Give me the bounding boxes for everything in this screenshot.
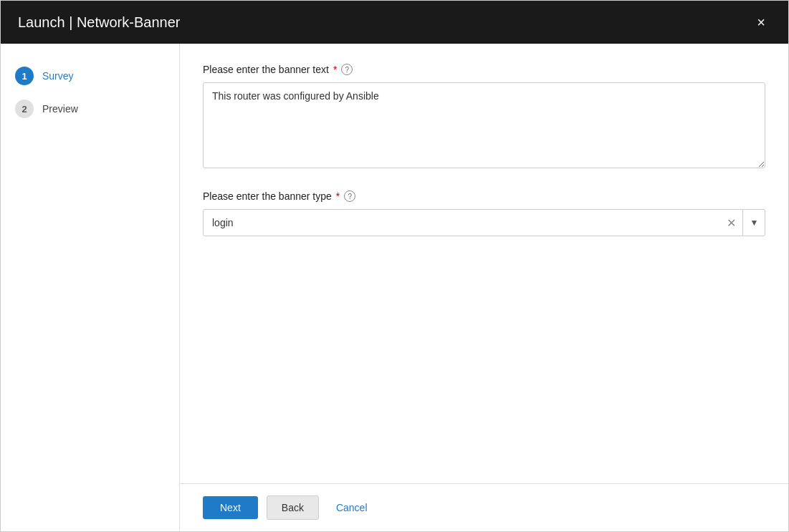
banner-type-label: Please enter the banner type * ? <box>203 190 765 202</box>
banner-type-field-group: Please enter the banner type * ? login m… <box>203 190 765 236</box>
sidebar-item-preview[interactable]: 2 Preview <box>12 94 168 124</box>
step-circle-preview: 2 <box>15 100 34 118</box>
banner-type-label-text: Please enter the banner type <box>203 190 332 202</box>
banner-type-select-wrapper: login motd exec ✕ ▼ <box>203 209 765 236</box>
modal-header: Launch | Network-Banner × <box>1 1 788 44</box>
close-button[interactable]: × <box>751 12 771 32</box>
modal-container: Launch | Network-Banner × 1 Survey 2 Pre… <box>0 0 789 532</box>
sidebar-item-survey[interactable]: 1 Survey <box>12 61 168 91</box>
sidebar-label-survey: Survey <box>42 70 74 82</box>
banner-text-label-text: Please enter the banner text <box>203 64 329 75</box>
banner-text-label: Please enter the banner text * ? <box>203 64 765 75</box>
footer: Next Back Cancel <box>180 483 788 531</box>
banner-text-field-group: Please enter the banner text * ? This ro… <box>203 64 765 170</box>
banner-text-required: * <box>333 64 337 75</box>
banner-type-required: * <box>336 190 340 202</box>
sidebar: 1 Survey 2 Preview <box>1 44 180 531</box>
back-button[interactable]: Back <box>267 495 319 520</box>
select-clear-icon[interactable]: ✕ <box>719 209 742 236</box>
next-button[interactable]: Next <box>203 496 258 519</box>
select-icons: ✕ ▼ <box>719 209 765 236</box>
banner-type-select[interactable]: login motd exec <box>203 209 765 236</box>
banner-type-help-icon[interactable]: ? <box>344 190 355 202</box>
select-chevron-down-icon[interactable]: ▼ <box>742 209 765 236</box>
modal-title: Launch | Network-Banner <box>18 14 180 31</box>
cancel-button[interactable]: Cancel <box>327 496 376 519</box>
modal-body: 1 Survey 2 Preview Please enter the bann… <box>1 44 788 531</box>
main-content: Please enter the banner text * ? This ro… <box>180 44 788 531</box>
form-area: Please enter the banner text * ? This ro… <box>180 44 788 483</box>
banner-text-help-icon[interactable]: ? <box>341 64 353 75</box>
sidebar-label-preview: Preview <box>42 103 78 115</box>
step-circle-survey: 1 <box>15 67 34 85</box>
banner-text-input[interactable]: This router was configured by Ansible <box>203 82 765 168</box>
